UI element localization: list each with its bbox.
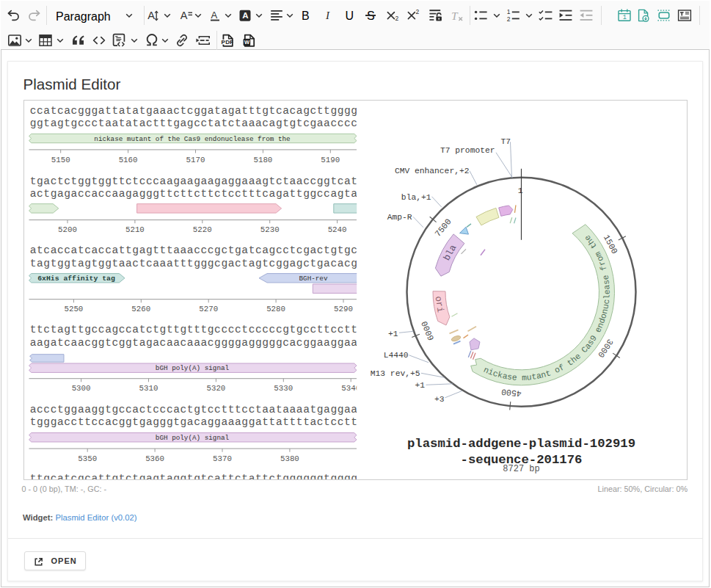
svg-text:2: 2 [507, 15, 511, 23]
svg-text:5170: 5170 [186, 156, 205, 164]
svg-text:A: A [211, 10, 217, 21]
svg-text:actgagaccaccaagagggttcttcttctc: actgagaccaccaagagggttcttcttctcctttcagatt… [30, 188, 358, 200]
svg-text:M13 rev,+5: M13 rev,+5 [371, 369, 420, 378]
svg-text:W: W [244, 39, 250, 46]
svg-text:6xHis affinity tag: 6xHis affinity tag [37, 275, 115, 283]
svg-text:4500: 4500 [500, 387, 522, 399]
svg-text:T: T [451, 10, 459, 22]
svg-text:5270: 5270 [199, 305, 218, 314]
svg-text:A: A [181, 10, 188, 21]
svg-text:tgggaccttccacggtgagggtgacaggaa: tgggaccttccacggtgagggtgacaggaaaggattattt… [30, 417, 357, 429]
svg-text:1: 1 [623, 15, 627, 22]
svg-text:5350: 5350 [78, 454, 97, 463]
svg-text:Amp-R: Amp-R [387, 213, 412, 222]
svg-text:5300: 5300 [72, 385, 91, 393]
svg-text:tgactctggtggttctcccaagaagaagag: tgactctggtggttctcccaagaagaagaggaaagtctaa… [30, 175, 357, 187]
svg-text:PDF: PDF [222, 39, 234, 46]
svg-text:5190: 5190 [321, 156, 340, 164]
svg-text:7500: 7500 [433, 217, 453, 239]
svg-text:T7: T7 [500, 137, 511, 146]
svg-text:ccatcacgggattatatgaaactcggatag: ccatcacgggattatatgaaactcggatagatttgtcaca… [30, 105, 357, 117]
svg-text:5160: 5160 [119, 156, 138, 164]
svg-text:aagatcaacggtcggtagacaacaaacggg: aagatcaacggtcggtagacaacaaacggggagggggcac… [30, 337, 358, 349]
svg-text:5280: 5280 [266, 305, 285, 314]
svg-text:5230: 5230 [260, 225, 280, 234]
svg-text:5290: 5290 [334, 305, 353, 314]
svg-text:bla,+1: bla,+1 [401, 193, 431, 202]
svg-text:5360: 5360 [145, 454, 164, 463]
svg-text:5220: 5220 [193, 225, 212, 234]
svg-text:CMV enhancer,+2: CMV enhancer,+2 [395, 167, 470, 175]
svg-text:A: A [147, 10, 155, 21]
svg-text:2: 2 [416, 8, 420, 15]
svg-text:5240: 5240 [328, 225, 347, 234]
svg-text:5310: 5310 [139, 385, 158, 393]
svg-text:5340: 5340 [341, 385, 360, 393]
svg-text:tagtggtagtggtaactcaaatttgggcga: tagtggtagtggtaactcaaatttgggcgactagtcggag… [30, 258, 357, 269]
svg-text:A: A [242, 11, 248, 20]
svg-text:5330: 5330 [274, 385, 293, 393]
svg-text:8727 bp: 8727 bp [503, 464, 539, 474]
svg-text:5210: 5210 [125, 225, 145, 234]
svg-text:5370: 5370 [213, 454, 232, 463]
svg-text:5180: 5180 [253, 156, 272, 164]
svg-text:bGH poly(A) signal: bGH poly(A) signal [156, 434, 230, 442]
svg-text:6000: 6000 [420, 319, 437, 342]
svg-text:accctggaaggtgccactcccactgtcctt: accctggaaggtgccactcccactgtcctttcctaataaa… [30, 404, 358, 415]
svg-text:+3: +3 [434, 395, 445, 404]
svg-text:1: 1 [518, 186, 523, 195]
svg-text:+1: +1 [388, 330, 398, 338]
svg-text:ttctagttgccagccatctgttgtttgccc: ttctagttgccagccatctgttgtttgcccctcccccgtg… [30, 324, 357, 336]
svg-text:T7 promoter: T7 promoter [440, 146, 495, 155]
svg-text:ggtagtgccctaatatactttgagcctatc: ggtagtgccctaatatactttgagcctatctaaacagtgt… [30, 118, 357, 130]
svg-text:BGH-rev: BGH-rev [299, 275, 328, 283]
svg-text:atcaccatcaccattgagtttaaacccgct: atcaccatcaccattgagtttaaacccgctgatcagcctc… [30, 245, 357, 257]
svg-text:2: 2 [395, 15, 399, 22]
svg-text:5200: 5200 [58, 225, 77, 234]
svg-text:+1: +1 [415, 381, 425, 390]
svg-text:5260: 5260 [131, 305, 150, 314]
svg-text:5150: 5150 [51, 156, 70, 164]
svg-text:5250: 5250 [64, 305, 83, 314]
svg-text:1: 1 [507, 9, 511, 16]
svg-text:L4440: L4440 [384, 351, 409, 360]
svg-text:ttgcatcgcattgtctgagtaggtgtcatt: ttgcatcgcattgtctgagtaggtgtcattctattctggg… [30, 473, 357, 479]
svg-text:bGH poly(A) signal: bGH poly(A) signal [156, 365, 230, 373]
svg-text:5320: 5320 [206, 385, 225, 393]
svg-text:5380: 5380 [280, 454, 299, 463]
svg-text:plasmid-addgene-plasmid-102919: plasmid-addgene-plasmid-102919 [407, 437, 635, 451]
svg-text:nickase mutant of the Cas9 end: nickase mutant of the Cas9 endonuclease … [94, 135, 290, 143]
